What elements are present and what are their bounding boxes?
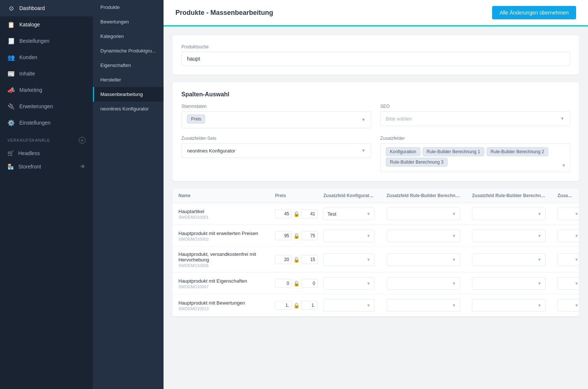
secondary-item-bewertungen[interactable]: Bewertungen <box>93 15 164 29</box>
secondary-item-produkte[interactable]: Produkte <box>93 0 164 15</box>
zusatzfeld-rule3-select[interactable]: ▼ <box>558 229 579 242</box>
secondary-item-kategorien[interactable]: Kategorien <box>93 29 164 44</box>
dashboard-icon: ⊙ <box>7 4 15 12</box>
sidebar-item-erweiterungen[interactable]: 🔌 Erweiterungen <box>0 98 93 115</box>
zusatzfeld-konfig-select[interactable]: ▼ <box>323 277 375 290</box>
content-area: Produktsuche Spalten-Auswahl Stammdaten … <box>164 26 588 389</box>
zusatzfeld-rule1-select[interactable]: ▼ <box>387 277 460 290</box>
zusatzfeld-rule3-select[interactable]: ▼ <box>558 299 579 312</box>
price-net-input[interactable] <box>275 301 292 310</box>
lock-icon[interactable]: 🔒 <box>293 233 300 239</box>
select-chevron-icon: ▼ <box>537 234 542 238</box>
apply-changes-button[interactable]: Alle Änderungen übernehmen <box>492 6 576 19</box>
zusatzfeld-tag: Konfiguration <box>386 147 420 156</box>
zusatzfeld-konfig-select[interactable]: ▼ <box>323 299 375 312</box>
product-price-cell: 🔒 <box>269 295 317 316</box>
zusatzfeld-rule2-select[interactable]: ▼ <box>472 277 546 290</box>
zusatzfeld-rule1-select[interactable]: ▼ <box>387 299 460 312</box>
seo-select[interactable]: Bitte wählen ▼ <box>380 111 570 126</box>
sidebar-item-einstellungen[interactable]: ⚙️ Einstellungen <box>0 115 93 131</box>
price-net-input[interactable] <box>275 231 292 240</box>
eye-icon[interactable]: 👁 <box>80 164 85 170</box>
lock-icon[interactable]: 🔒 <box>293 257 300 263</box>
lock-icon[interactable]: 🔒 <box>293 280 300 286</box>
zusatzfeld-rule3-cell: ▼ <box>552 247 579 273</box>
zusatzfeld-rule2-cell: ▼ <box>466 247 552 273</box>
search-input[interactable] <box>181 52 570 66</box>
table-row: Hauptprodukt mit erweiterten Preisen SWD… <box>172 225 579 247</box>
zusatzfeld-rule1-select[interactable]: ▼ <box>387 253 460 266</box>
sidebar-item-kataloge[interactable]: 📋 Kataloge <box>0 16 93 33</box>
zusatzfeld-rule2-select[interactable]: ▼ <box>472 299 546 312</box>
zusatzfelder-sets-value: neonlines Konfigurator <box>187 148 235 154</box>
product-code: SWDEMO10013 <box>178 306 263 311</box>
select-chevron-icon: ▼ <box>452 303 456 308</box>
price-gross-input[interactable] <box>301 279 318 288</box>
main-content: Produkte - Massenbearbeitung Alle Änderu… <box>164 0 588 389</box>
lock-icon[interactable]: 🔒 <box>293 302 300 308</box>
sidebar-item-dashboard[interactable]: ⊙ Dashboard <box>0 0 93 16</box>
secondary-sidebar: ProdukteBewertungenKategorienDynamische … <box>93 0 164 389</box>
select-chevron-icon: ▼ <box>575 234 579 238</box>
sidebar-item-label: Dashboard <box>19 5 45 11</box>
col-header-zusatz_rule1: Zusatzfeld Rule-Builder Berechnung 1 <box>381 189 466 203</box>
price-net-input[interactable] <box>275 209 292 218</box>
secondary-item-hersteller[interactable]: Hersteller <box>93 73 164 87</box>
secondary-item-massenbearbeitung[interactable]: Massenbearbeitung <box>93 87 164 102</box>
sidebar-channel-headless[interactable]: 🛒 Headless <box>0 147 93 160</box>
sidebar-item-label: Bestellungen <box>19 38 49 44</box>
zusatzfelder-sets-section: Zusatzfelder-Sets neonlines Konfigurator… <box>181 136 371 172</box>
sidebar-channel-storefront[interactable]: 🏪 Storefront 👁 <box>0 160 93 173</box>
search-label: Produktsuche <box>181 44 570 49</box>
inhalte-icon: 📰 <box>7 70 15 77</box>
sidebar-item-kunden[interactable]: 👥 Kunden <box>0 49 93 65</box>
sidebar-item-marketing[interactable]: 📣 Marketing <box>0 82 93 98</box>
zusatzfelder-tags-box[interactable]: KonfigurationRule-Builder Berechnung 1Ru… <box>380 143 570 172</box>
price-gross-input[interactable] <box>301 209 318 218</box>
zusatzfeld-rule3-select[interactable]: ▼ <box>558 253 579 266</box>
channel-label: Headless <box>18 150 40 156</box>
zusatzfeld-rule2-select[interactable]: ▼ <box>472 253 546 266</box>
stammdaten-select[interactable]: Preis ▼ <box>181 111 371 128</box>
zusatzfeld-rule1-select[interactable]: ▼ <box>387 229 460 242</box>
secondary-item-eigenschaften[interactable]: Eigenschaften <box>93 58 164 73</box>
zusatzfeld-rule2-select[interactable]: ▼ <box>472 229 546 242</box>
zusatzfeld-rule1-select[interactable]: ▼ <box>387 208 460 220</box>
sidebar: ⊙ Dashboard📋 Kataloge🧾 Bestellungen👥 Kun… <box>0 0 93 389</box>
zusatzfeld-rule3-select[interactable]: ▼ <box>558 208 579 220</box>
price-gross-input[interactable] <box>301 301 318 310</box>
col-header-preis: Preis <box>269 189 317 203</box>
zusatzfeld-rule3-cell: ▼ <box>552 203 579 225</box>
secondary-item-dynamische[interactable]: Dynamische Produktgru... <box>93 44 164 58</box>
zusatzfeld-rule3-select[interactable]: ▼ <box>558 277 579 290</box>
product-name: Hauptartikel <box>178 209 263 214</box>
seo-chevron-icon: ▼ <box>560 116 565 121</box>
table-row: Hauptartikel SWDEMO10001 🔒 Test ▼ ▼ ▼ ▼ <box>172 203 579 225</box>
table-row: Hauptprodukt mit Bewertungen SWDEMO10013… <box>172 295 579 316</box>
price-gross-input[interactable] <box>301 255 318 264</box>
lock-icon[interactable]: 🔒 <box>293 211 300 217</box>
sidebar-item-label: Kataloge <box>19 22 40 28</box>
zusatzfeld-rule3-cell: ▼ <box>552 225 579 247</box>
zusatzfelder-sets-select[interactable]: neonlines Konfigurator ▼ <box>181 143 371 158</box>
zusatzfeld-konfig-select[interactable]: Test ▼ <box>323 208 375 220</box>
sidebar-item-bestellungen[interactable]: 🧾 Bestellungen <box>0 33 93 49</box>
product-code: SWDEMO10007 <box>178 284 263 289</box>
price-net-input[interactable] <box>275 255 292 264</box>
secondary-item-neonlines[interactable]: neonlines Konfigurator <box>93 102 164 116</box>
zusatzfeld-rule2-select[interactable]: ▼ <box>472 208 546 220</box>
product-price-cell: 🔒 <box>269 247 317 273</box>
sidebar-item-label: Erweiterungen <box>19 103 53 109</box>
zusatzfeld-konfig-select[interactable]: ▼ <box>323 253 375 266</box>
page-title: Produkte - Massenbearbeitung <box>175 9 273 17</box>
price-net-input[interactable] <box>275 279 292 288</box>
price-gross-input[interactable] <box>301 231 318 240</box>
add-channel-button[interactable]: + <box>79 137 85 144</box>
select-chevron-icon: ▼ <box>366 281 371 286</box>
products-table: NamePreisZusatzfeld KonfigurationZusatzf… <box>172 189 579 316</box>
einstellungen-icon: ⚙️ <box>7 119 15 126</box>
sidebar-item-inhalte[interactable]: 📰 Inhalte <box>0 65 93 82</box>
product-price-cell: 🔒 <box>269 225 317 247</box>
table-row: Hauptprodukt mit Eigenschaften SWDEMO100… <box>172 273 579 295</box>
zusatzfeld-konfig-select[interactable]: ▼ <box>323 229 375 242</box>
